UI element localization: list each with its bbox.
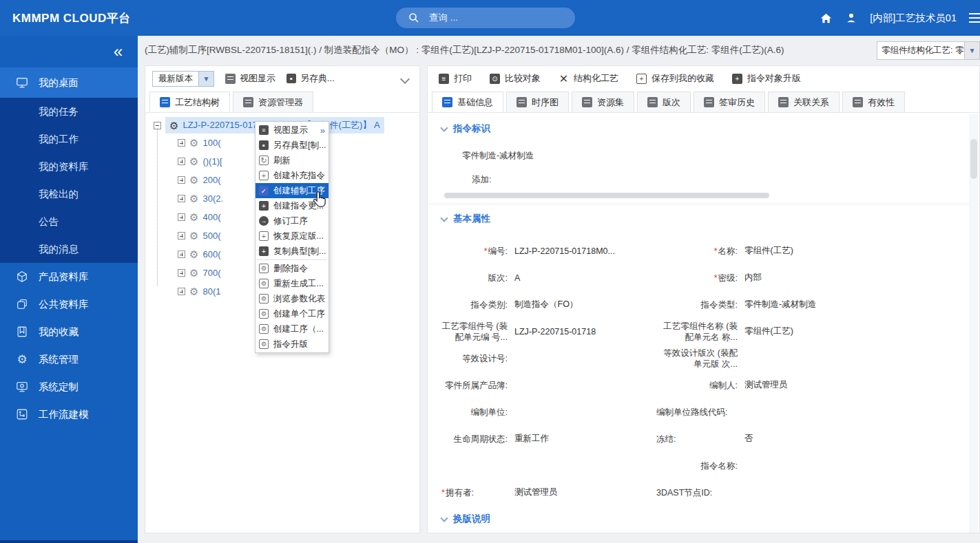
sidebar-item-system-admin[interactable]: ⚙ 系统管理 <box>0 345 138 373</box>
tree-node-label: 100( <box>202 138 220 148</box>
sidebar-item-my-work[interactable]: 我的工作 <box>0 125 138 153</box>
sidebar-item-system-custom[interactable]: 系统定制 <box>0 373 138 401</box>
sidebar-item-label: 系统定制 <box>39 381 79 394</box>
home-icon[interactable] <box>820 12 833 25</box>
sidebar-item-workflow-modeling[interactable]: 工作流建模 <box>0 401 138 428</box>
tab-resource-manager[interactable]: 资源管理器 <box>233 92 313 112</box>
expand-box-icon[interactable] <box>178 213 185 221</box>
expand-box-icon[interactable] <box>178 251 185 258</box>
collapse-box-icon[interactable] <box>154 122 161 129</box>
structured-process-icon: ✕ <box>559 74 569 84</box>
toolbar-expand-chevron-icon[interactable] <box>400 74 410 84</box>
expand-box-icon[interactable] <box>178 158 185 165</box>
expand-box-icon[interactable] <box>178 176 185 184</box>
sidebar-item-my-messages[interactable]: 我的消息 <box>0 235 138 263</box>
expand-box-icon[interactable] <box>178 269 185 277</box>
field-value: 零件制造-减材制造 <box>744 299 961 310</box>
field-value: 测试管理员 <box>744 379 961 391</box>
sidebar-item-my-library[interactable]: 我的资料库 <box>0 153 138 180</box>
create-process-icon <box>259 324 269 334</box>
search-icon <box>408 12 419 23</box>
section-title: 指令标识 <box>453 123 490 135</box>
sidebar-item-product-library[interactable]: 产品资料库 <box>0 263 138 290</box>
sidebar-item-my-favorites[interactable]: 我的收藏 <box>0 318 138 345</box>
detail-panel: ≡打印 ⊙比较对象 ✕结构化工艺 +保存到我的收藏 +指令对象升版 基础信息 时… <box>427 65 980 533</box>
compare-objects-button[interactable]: ⊙比较对象 <box>490 72 541 85</box>
tab-process-structure-tree[interactable]: 工艺结构树 <box>149 92 230 112</box>
menu-item-create-supplement-order[interactable]: 创建补充指令 <box>256 168 329 183</box>
menu-item-regenerate[interactable]: 重新生成工... <box>256 276 329 291</box>
sidebar-item-public-library[interactable]: 公共资料库 <box>0 290 138 318</box>
menu-item-delete-order[interactable]: 删除指令 <box>256 261 329 276</box>
relationships-tab-icon <box>778 97 789 107</box>
structured-process-button[interactable]: ✕结构化工艺 <box>559 72 618 85</box>
section-instruction-id[interactable]: 指令标识 <box>441 123 961 135</box>
current-user-label[interactable]: [内部]工艺技术员01 <box>870 12 957 25</box>
section-version-change-notes[interactable]: 换版说明 <box>441 513 961 525</box>
version-dropdown[interactable]: 最新版本 ▼ <box>152 71 214 87</box>
tab-versions[interactable]: 版次 <box>637 92 691 112</box>
tab-approval-history[interactable]: 签审历史 <box>694 92 765 112</box>
menu-item-create-single-process[interactable]: 创建单个工序 <box>256 306 329 321</box>
menu-item-label: 创建工序（... <box>273 323 324 335</box>
instruction-type-text: 零件制造-减材制造 <box>462 150 961 162</box>
menu-item-save-as-typical[interactable]: 另存典型[制... <box>256 138 329 153</box>
public-library-icon <box>15 297 29 311</box>
tab-basic-info[interactable]: 基础信息 <box>432 92 503 112</box>
attribute-fields: 编号:LZJ-P-220715-01718M0... 名称:零组件(工艺) 版次… <box>441 237 961 506</box>
global-search-input[interactable]: 查询 ... <box>396 8 575 28</box>
menu-item-browse-param-table[interactable]: 浏览参数化表 <box>256 291 329 306</box>
view-display-button[interactable]: 视图显示 <box>225 72 275 85</box>
tab-validity[interactable]: 有效性 <box>842 92 905 112</box>
menu-item-label: 视图显示 <box>273 125 308 136</box>
submenu-arrow-icon: » <box>320 125 325 136</box>
user-icon[interactable] <box>845 12 857 24</box>
context-selector[interactable]: 零组件结构化工艺: 零组... ▼ <box>877 41 980 60</box>
order-object-upgrade-button[interactable]: +指令对象升版 <box>732 72 801 85</box>
tab-label: 工艺结构树 <box>175 96 220 109</box>
chevron-down-icon[interactable]: ▼ <box>964 42 979 59</box>
chevron-down-icon[interactable]: ▼ <box>199 71 214 87</box>
compare-icon: ⊙ <box>490 74 500 84</box>
print-button[interactable]: ≡打印 <box>439 72 472 85</box>
expand-box-icon[interactable] <box>178 288 185 295</box>
menu-item-order-upgrade[interactable]: 指令升版 <box>256 337 329 352</box>
section-basic-attributes[interactable]: 基本属性 <box>441 213 961 225</box>
expand-box-icon[interactable] <box>178 139 185 147</box>
menu-item-restore-version[interactable]: 恢复原定版... <box>256 228 329 244</box>
sidebar-item-my-tasks[interactable]: 我的任务 <box>0 98 138 125</box>
menu-item-revise-process[interactable]: 修订工序 <box>256 213 329 228</box>
vertical-scrollbar[interactable] <box>969 114 979 533</box>
menu-item-view-display[interactable]: 视图显示» <box>256 123 329 138</box>
menu-item-label: 刷新 <box>273 155 291 167</box>
field-value: 否 <box>744 433 961 445</box>
horizontal-scrollbar[interactable] <box>444 193 769 198</box>
menu-item-copy-typical[interactable]: 复制典型[制... <box>256 244 329 259</box>
favorites-icon <box>15 325 29 339</box>
delete-order-icon <box>259 264 269 273</box>
menu-item-create-process[interactable]: 创建工序（... <box>256 321 329 337</box>
menu-item-label: 恢复原定版... <box>273 231 324 242</box>
save-to-favorites-button[interactable]: +保存到我的收藏 <box>636 72 714 85</box>
menu-item-label: 重新生成工... <box>273 278 324 290</box>
save-as-typical-button[interactable]: 另存典... <box>286 72 335 85</box>
view-display-icon <box>225 74 236 84</box>
tab-timing-diagram[interactable]: 时序图 <box>506 92 569 112</box>
sidebar-item-my-desktop[interactable]: 我的桌面 <box>0 67 138 98</box>
approval-history-tab-icon <box>704 97 714 107</box>
field-label: 3DAST节点ID: <box>656 487 738 498</box>
tab-relationships[interactable]: 关联关系 <box>768 92 840 112</box>
expand-box-icon[interactable] <box>178 232 185 239</box>
scrollbar-thumb[interactable] <box>970 139 977 179</box>
sidebar-item-announcements[interactable]: 公告 <box>0 208 138 235</box>
expand-box-icon[interactable] <box>178 195 185 202</box>
menu-hamburger-icon[interactable] <box>969 13 980 23</box>
menu-item-refresh[interactable]: 刷新 <box>256 153 329 168</box>
tab-resource-set[interactable]: 资源集 <box>572 92 634 112</box>
workflow-icon <box>15 407 29 421</box>
sidebar-item-label: 工作流建模 <box>39 408 89 421</box>
sidebar: « 我的桌面 我的任务 我的工作 我的资料库 我检出的 公告 我的消息 产品资料… <box>0 36 138 543</box>
resource-set-tab-icon <box>582 97 592 107</box>
sidebar-collapse-button[interactable]: « <box>0 36 138 67</box>
sidebar-item-my-checkouts[interactable]: 我检出的 <box>0 180 138 208</box>
